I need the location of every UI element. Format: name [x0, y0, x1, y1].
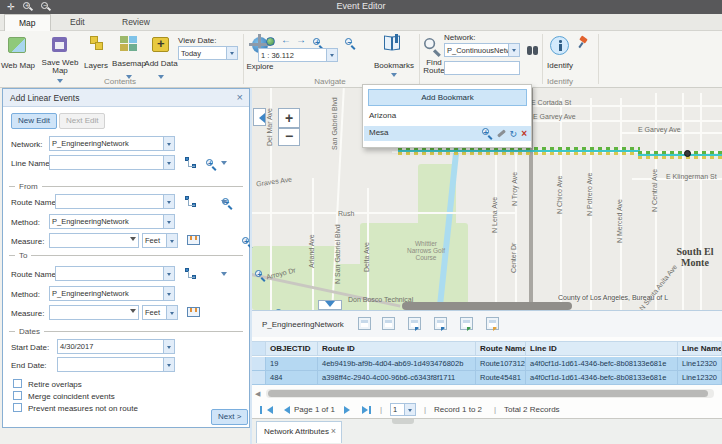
add-data-button[interactable] [152, 37, 169, 52]
retire-overlaps-checkbox[interactable] [13, 379, 22, 388]
select-route-on-map-icon[interactable] [185, 196, 197, 208]
sort-icon[interactable] [486, 317, 499, 330]
column-header-line-name[interactable]: Line Name [678, 342, 722, 355]
route-event-line[interactable] [638, 151, 722, 159]
scale-input[interactable]: 1 : 36.112 [258, 48, 338, 62]
find-route-button[interactable] [424, 36, 436, 54]
caret-icon[interactable] [163, 195, 174, 208]
start-date-input[interactable]: 4/30/2017 [57, 339, 175, 354]
tab-network-attributes[interactable]: Network Attributes × [256, 421, 342, 443]
caret-icon[interactable] [163, 137, 174, 150]
caret-icon[interactable] [163, 340, 174, 353]
bookmarks-caret-icon[interactable] [391, 73, 397, 80]
bookmark-refresh-icon[interactable]: ↻ [510, 129, 518, 139]
caret-icon[interactable] [166, 234, 177, 247]
back-extent-icon[interactable]: ← [281, 34, 291, 45]
caret-icon[interactable] [163, 156, 174, 169]
add-bookmark-button[interactable]: Add Bookmark [368, 89, 527, 106]
zoom-options-caret-icon[interactable] [221, 272, 227, 279]
vertical-splitter[interactable] [250, 88, 252, 444]
caret-icon[interactable] [163, 358, 174, 371]
from-method-select[interactable]: P_EngineeringNetwork [49, 214, 175, 229]
forward-extent-icon[interactable]: → [296, 34, 306, 45]
next-button[interactable]: Next > [211, 409, 248, 425]
caret-icon[interactable] [130, 237, 136, 244]
caret-icon[interactable] [163, 215, 174, 228]
previous-page-icon[interactable] [280, 406, 290, 414]
related-table-icon[interactable] [460, 317, 473, 330]
measure-ruler-icon[interactable] [187, 235, 200, 245]
map-zoom-in-button[interactable]: + [278, 108, 300, 128]
column-header-line-id[interactable]: Line ID [526, 342, 678, 355]
tab-edit[interactable]: Edit [56, 14, 99, 31]
from-measure-unit-select[interactable]: Feet [142, 233, 178, 248]
save-web-map-caret-icon[interactable] [57, 79, 63, 86]
table-structure-icon[interactable] [358, 317, 371, 330]
merge-coincident-checkbox[interactable] [13, 391, 22, 400]
switch-table-icon[interactable] [434, 317, 447, 330]
zoom-to-route-icon[interactable]: + [255, 270, 267, 282]
route-endpoint-dot[interactable] [684, 150, 691, 157]
collapse-left-panel-button[interactable] [253, 108, 266, 126]
bookmark-item-arizona[interactable]: Arizona [364, 109, 531, 124]
table-row[interactable]: 19 4eb9419b-af9b-4d04-ab69-1d493476802b … [252, 357, 722, 371]
next-edit-button[interactable]: Next Edit [59, 113, 105, 129]
zoom-options-caret-icon[interactable] [221, 161, 227, 168]
caret-icon[interactable] [163, 267, 174, 280]
scale-caret-icon[interactable] [326, 49, 337, 61]
select-line-on-map-icon[interactable] [185, 157, 197, 169]
zoom-to-measure-icon[interactable]: + [242, 237, 254, 249]
identify-button[interactable] [550, 36, 569, 55]
route-search-input[interactable] [444, 61, 520, 75]
tab-map[interactable]: Map [4, 14, 51, 31]
to-method-select[interactable]: P_EngineeringNetwork [49, 286, 175, 301]
page-number-select[interactable]: 1 [390, 403, 416, 416]
tab-close-icon[interactable]: × [331, 426, 336, 436]
network-caret-icon[interactable] [508, 44, 519, 56]
view-date-caret-icon[interactable] [226, 47, 237, 59]
layers-button[interactable] [88, 36, 106, 52]
new-edit-button[interactable]: New Edit [11, 113, 57, 129]
bookmark-zoom-icon[interactable]: + [482, 128, 493, 139]
web-map-button[interactable] [8, 37, 26, 53]
zoom-to-line-icon[interactable]: + [206, 159, 218, 171]
binoculars-icon[interactable] [526, 46, 539, 56]
table-grid-icon[interactable] [382, 317, 395, 330]
collapse-bottom-panel-button[interactable] [318, 300, 342, 310]
tab-review[interactable]: Review [108, 14, 164, 31]
last-page-icon[interactable] [369, 406, 371, 414]
column-header-route-name[interactable]: Route Name [476, 342, 526, 355]
panel-grip-handle[interactable] [392, 419, 414, 424]
caret-icon[interactable] [163, 287, 174, 300]
previous-extent-icon[interactable] [266, 37, 275, 46]
panel-network-select[interactable]: P_EngineeringNetwork [49, 136, 175, 151]
column-header-route-id[interactable]: Route ID [318, 342, 476, 355]
select-route-on-map-icon[interactable] [185, 268, 197, 280]
end-date-input[interactable] [57, 357, 175, 372]
to-measure-input[interactable] [49, 305, 139, 320]
bookmark-delete-icon[interactable]: × [521, 129, 527, 139]
bookmark-item-mesa[interactable]: Mesa + ↻ × [364, 126, 531, 141]
from-route-name-select[interactable] [55, 194, 175, 209]
save-web-map-button[interactable] [52, 37, 67, 52]
zoom-options-caret-icon[interactable] [221, 200, 227, 207]
scrollbar-thumb[interactable] [268, 390, 708, 397]
to-route-name-select[interactable] [55, 266, 175, 281]
column-header-objectid[interactable]: OBJECTID [266, 342, 318, 355]
switch-table-icon[interactable] [408, 317, 421, 330]
scroll-left-icon[interactable]: ◀ [255, 390, 260, 398]
route-event-line[interactable] [398, 147, 640, 155]
pushpin-icon[interactable] [578, 37, 588, 49]
bookmarks-button[interactable] [384, 36, 402, 51]
map-zoom-out-button[interactable]: − [278, 128, 300, 146]
prevent-measures-checkbox[interactable] [13, 403, 22, 412]
line-name-select[interactable] [49, 155, 175, 170]
first-page-icon[interactable] [263, 406, 273, 414]
bookmark-edit-icon[interactable] [497, 129, 506, 137]
panel-close-icon[interactable]: × [237, 91, 243, 103]
basemap-button[interactable] [120, 36, 137, 51]
network-select[interactable]: P_ContinuousNetwork [444, 43, 520, 57]
to-measure-unit-select[interactable]: Feet [142, 305, 178, 320]
view-date-select[interactable]: Today [178, 46, 238, 60]
horizontal-scrollbar[interactable] [266, 389, 714, 398]
